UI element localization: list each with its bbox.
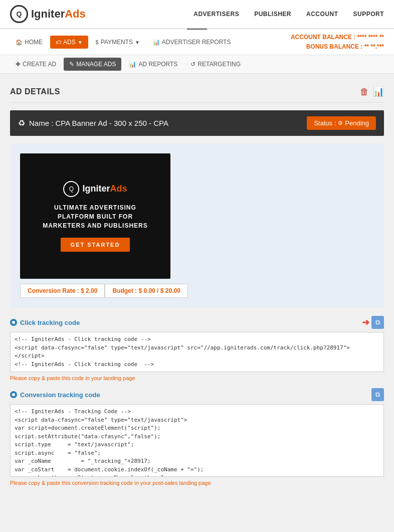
click-tracking-note: Please copy & paste this code in your la… [10,375,384,381]
status-badge-button[interactable]: Status : ⚙ Pending [307,116,376,130]
conversion-rate-stat: Conversion Rate : $ 2.00 [20,284,105,298]
ad-banner-cta-button[interactable]: GET STARTED [61,238,130,252]
conversion-tracking-note: Please copy & paste this conversion trac… [10,480,384,486]
budget-label: Budget : [112,287,137,294]
ad-details-header: AD DETAILS 🗑 📊 [10,81,384,103]
second-nav: ✚ CREATE AD ✎ MANAGE ADS 📊 AD REPORTS ↺ … [0,55,394,74]
account-balance: ACCOUNT BALANCE : **** **** ** BONUS BAL… [291,33,384,52]
recycle-icon: ♻ [18,118,25,128]
conversion-tracking-radio-icon [10,391,17,398]
ad-stats-row: Conversion Rate : $ 2.00 Budget : $ 0.00… [20,284,188,298]
click-tracking-code-area[interactable] [10,332,384,372]
sub-nav-ads[interactable]: 🏷 ADS ▼ [50,36,88,49]
ad-banner-logo-circle: Q [63,181,79,197]
sub-header: 🏠 HOME 🏷 ADS ▼ $ PAYMENTS ▼ 📊 ADVERTISER… [0,30,394,55]
conversion-rate-value: $ 2.00 [81,287,97,294]
ad-banner: Q IgniterAds ULTIMATE ADVERTISING PLATFO… [20,153,170,279]
main-nav: ADVERTISERS PUBLISHER ACCOUNT SUPPORT [193,11,384,18]
budget-value: $ 0.00 / $ 20.00 [138,287,180,294]
account-balance-value: **** **** ** [357,34,384,41]
click-tracking-radio-icon [10,319,17,326]
ad-reports-icon: 📊 [129,61,136,68]
click-tracking-label: Click tracking code [10,319,80,326]
conversion-rate-label: Conversion Rate : [28,287,79,294]
retargeting-icon: ↺ [190,61,195,68]
main-content: AD DETAILS 🗑 📊 ♻ Name : CPA Banner Ad - … [0,74,394,497]
sub-nav: 🏠 HOME 🏷 ADS ▼ $ PAYMENTS ▼ 📊 ADVERTISER… [10,36,236,49]
delete-ad-button[interactable]: 🗑 [360,87,369,97]
logo-ads-text: Ads [65,8,86,21]
copy-conversion-code-button[interactable]: ⧉ [371,388,384,401]
payments-icon: $ [96,39,99,45]
logo: Q IgniterAds [10,5,86,23]
ad-banner-tagline: ULTIMATE ADVERTISING PLATFORM BUILT FOR … [43,203,148,230]
status-spinner-icon: ⚙ [338,120,343,126]
view-chart-button[interactable]: 📊 [373,86,384,97]
arrow-hint-icon: ➜ [362,317,369,328]
conversion-tracking-header: Conversion tracking code ⧉ [10,385,384,404]
click-tracking-label-text: Click tracking code [20,319,80,326]
ad-banner-logo: Q IgniterAds [63,181,127,197]
conversion-tracking-section: Conversion tracking code ⧉ Please copy &… [10,385,384,486]
bonus-balance-label: BONUS BALANCE : [306,43,363,50]
second-nav-create-ad[interactable]: ✚ CREATE AD [10,58,62,71]
ad-banner-brand: IgniterAds [82,184,127,194]
conversion-tracking-label-text: Conversion tracking code [20,391,100,399]
budget-stat: Budget : $ 0.00 / $ 20.00 [105,284,187,298]
status-value: Pending [345,119,369,127]
ad-banner-igniter: Igniter [82,184,110,194]
second-nav-ad-reports[interactable]: 📊 AD REPORTS [123,58,183,71]
ad-preview-area: Q IgniterAds ULTIMATE ADVERTISING PLATFO… [10,143,384,308]
nav-advertisers[interactable]: ADVERTISERS [193,11,239,18]
sub-nav-advertiser-reports[interactable]: 📊 ADVERTISER REPORTS [147,36,237,49]
account-balance-label: ACCOUNT BALANCE : [291,34,355,41]
copy-click-code-button[interactable]: ⧉ [371,316,384,329]
second-nav-manage-ads[interactable]: ✎ MANAGE ADS [64,58,121,71]
nav-publisher[interactable]: PUBLISHER [254,11,291,18]
main-header: Q IgniterAds ADVERTISERS PUBLISHER ACCOU… [0,0,394,29]
ad-name-banner: ♻ Name : CPA Banner Ad - 300 x 250 - CPA… [10,110,384,136]
sub-nav-payments[interactable]: $ PAYMENTS ▼ [90,36,145,49]
logo-icon: Q [10,5,28,23]
conversion-tracking-code-area[interactable] [10,404,384,477]
reports-icon: 📊 [153,39,160,46]
ad-actions: 🗑 📊 [360,86,384,97]
logo-igniter-text: Igniter [31,8,65,21]
nav-support[interactable]: SUPPORT [353,11,384,18]
ad-banner-ads: Ads [110,184,127,194]
click-tracking-section: Click tracking code ➜ ⧉ Please copy & pa… [10,313,384,381]
click-tracking-header: Click tracking code ➜ ⧉ [10,313,384,332]
conversion-tracking-label: Conversion tracking code [10,391,100,399]
create-ad-icon: ✚ [16,61,21,68]
nav-account[interactable]: ACCOUNT [306,11,338,18]
home-icon: 🏠 [16,39,23,46]
ad-details-title: AD DETAILS [10,87,60,96]
ad-name-text: ♻ Name : CPA Banner Ad - 300 x 250 - CPA [18,118,168,128]
bonus-balance-value: ** **.*** [364,43,384,50]
ads-icon: 🏷 [56,39,61,45]
ad-name-label: Name : CPA Banner Ad - 300 x 250 - CPA [29,119,168,127]
status-label: Status : [314,119,336,127]
sub-nav-home[interactable]: 🏠 HOME [10,36,48,49]
manage-ads-icon: ✎ [69,61,74,68]
second-nav-retargeting[interactable]: ↺ RETARGETING [185,58,246,71]
